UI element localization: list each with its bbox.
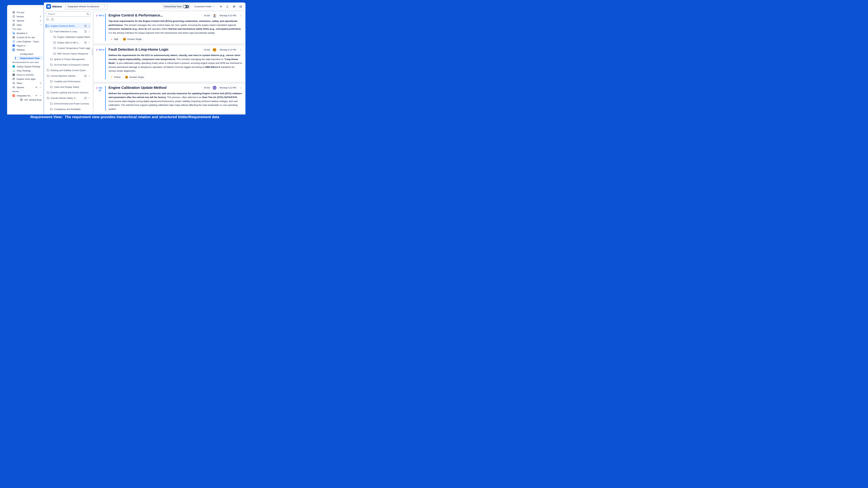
tree-scrollbar-thumb[interactable] [92,48,93,55]
paint-bucket-icon[interactable] [218,4,223,9]
tree-item-exterior-lighting-and-access-systems[interactable]: Exterior Lighting and Access Systems [45,90,91,95]
svg-text:XRAY: XRAY [13,71,14,72]
tree-item-air-fuel-ratio-emissions-control[interactable]: Air-Fuel Ratio & Emissions Control [45,62,91,67]
assignee-badge[interactable]: GS Goutam Singla [124,75,146,79]
tree-item-video-and-display-safety[interactable]: Video and Display Safety [45,84,91,90]
ellipsis-icon[interactable] [39,24,42,26]
tree-item-engine-calibration-update-method[interactable]: Engine Calibration Update Method [45,34,91,40]
document-icon[interactable] [84,30,87,33]
gear-icon[interactable] [231,4,237,9]
sidebar-item-apps[interactable]: Apps [7,23,43,27]
tree-item-ignition-torque-management[interactable]: Ignition & Torque Management [45,56,91,62]
sidebar-item-iva-default-board[interactable]: IVA: Default Board [7,98,43,102]
sidebar-item-xray-testing[interactable]: XRAYXray (Testing) [7,68,43,73]
tree-item-usability-and-performance[interactable]: Usability and Performance [45,78,91,84]
tree-item-label: Exterior Lighting and Access Systems [51,91,90,94]
apps-grid-icon [12,24,15,26]
sidebar-item-report-x[interactable]: Report X [7,43,43,48]
sidebar-item-label: Baseline X [17,32,42,35]
ellipsis-icon[interactable] [39,94,42,97]
assignee-avatar[interactable]: GS [213,48,216,52]
assignee-name: Goutam Singla [127,38,142,40]
assignee-avatar[interactable]: SG [213,86,216,90]
zephyr-app-icon [12,65,15,68]
hierarchical-view-toggle[interactable] [183,5,189,8]
document-filter-button[interactable] [51,18,54,22]
ellipsis-icon[interactable] [39,86,42,89]
caption-text: Requirement View: The requirment view pr… [0,115,250,119]
user-photo-avatar[interactable] [213,14,216,18]
sidebar-item-recent[interactable]: Recent [7,14,43,19]
assignee-badge[interactable]: GS Goutam Singla [122,37,144,41]
export-icon[interactable] [225,4,230,9]
tree-item-maf-sensor-failure-response[interactable]: MAF Sensor Failure Response [45,51,91,56]
sidebar-item-integrated-ve[interactable]: Integrated Ve... [7,94,43,98]
tree-item-engine-control-perfor[interactable]: Engine Control & Perfor... [45,23,91,29]
project-selector[interactable]: Integrated Vehicle Architecture [65,4,107,9]
kebab-menu-icon[interactable] [88,41,90,44]
kebab-menu-icon[interactable] [88,30,90,33]
sidebar-item-label: Custom ID for Jira [17,36,42,39]
search-input[interactable] [48,12,85,15]
tree-item-braking-and-stability-control-syste[interactable]: Braking and Stability Control Syste... [45,67,91,73]
chevron-right-icon[interactable] [39,15,42,18]
plus-icon[interactable] [35,94,38,97]
kebab-menu-icon[interactable] [88,97,90,99]
timestamp-badge[interactable]: Monday 8:13 PM [218,47,238,52]
priority-badge[interactable]: Critical [108,75,122,79]
issue-key[interactable]: IVA-23 [94,85,105,111]
tree-item-overall-vehicle-safety-s[interactable]: Overall Vehicle Safety, S... [45,95,91,101]
sidebar-item-plans[interactable]: Plans [7,81,43,85]
kebab-menu-icon[interactable] [88,74,90,77]
status-badge[interactable]: TO DO [203,14,211,17]
status-badge[interactable]: TO DO [203,48,211,51]
sidebar-item-custom-id-for-jira[interactable]: Custom ID for Jira [7,35,43,39]
sidebar-item-starred[interactable]: Starred [7,19,43,23]
sidebar-item-requirement-view[interactable]: Requirement View [15,56,43,60]
plus-icon[interactable] [35,86,38,89]
document-icon[interactable] [84,74,87,77]
open-panel-icon[interactable] [238,4,243,9]
customize-fields-button[interactable]: Customize Fields [192,4,217,9]
sidebar-item-zephyr-squad-testing[interactable]: Zephyr Squad (Testing) [7,64,43,68]
kebab-menu-icon[interactable] [239,14,243,18]
card-description: Top-level requirements for the Engine Co… [108,19,243,35]
folder-icon [50,58,53,61]
priority-badge[interactable]: High [108,37,120,41]
kebab-menu-icon[interactable] [239,48,243,52]
tree-item-environmental-and-power-constrai[interactable]: Environmental and Power Constrai... [45,101,91,106]
document-icon[interactable] [84,97,87,99]
kebab-menu-icon[interactable] [239,86,243,90]
sidebar-item-baseline-x[interactable]: Baseline X [7,31,43,35]
kebab-menu-icon[interactable] [88,25,90,27]
document-icon[interactable] [84,41,87,44]
tree-item-engine-start-idle-c[interactable]: Engine Start & Idle C... [45,40,91,45]
issue-key[interactable]: IVA-1 [94,13,105,41]
sidebar-item-for-you[interactable]: For you [7,10,43,14]
tree-item-fault-detection-limp[interactable]: Fault Detection & Limp... [45,29,91,34]
folder-icon [50,102,53,105]
tree-item-compliance-and-reliability[interactable]: Compliance and Reliability [45,106,91,112]
document-icon[interactable] [84,25,87,27]
issue-key[interactable]: IVA-4 [94,47,105,79]
timestamp-badge[interactable]: Monday 8:13 PM [218,86,238,90]
card-main: Fault Detection & Limp-Home Logic TO DO … [106,47,245,79]
chevron-right-icon[interactable] [39,82,42,85]
sidebar-item-circle-ci-ci-cd[interactable]: Circle CI (CI/CD) [7,73,43,77]
search-box[interactable] [45,11,91,17]
sidebar-item-label: Requirement View [20,57,41,60]
folder-filter-button[interactable] [45,18,50,22]
tree-panel: Engine Control & Perfor...Fault Detectio… [44,10,93,115]
tree-item-cybersecurity-data-integrity[interactable]: Cybersecurity & Data Integrity [45,112,91,115]
tree-item-coolant-temperature-fault-loggi[interactable]: Coolant Temperature Fault Loggi... [45,45,91,51]
chevron-right-icon[interactable] [39,19,42,22]
sidebar-item-links-explorer-trace[interactable]: Links Explorer - Trace... [7,39,43,43]
timestamp-badge[interactable]: Monday 8:13 PM [218,13,238,18]
requirement-bolt-icon [96,48,98,51]
status-badge[interactable]: TO DO [203,86,211,90]
sidebar-item-configuration[interactable]: Configuration [7,52,43,56]
sidebar-item-rmview[interactable]: RMview [7,48,43,52]
sidebar-item-spaces[interactable]: Spaces [7,85,43,89]
sidebar-item-explore-more-apps[interactable]: Explore more apps [7,77,43,81]
tree-item-human-machine-interfac[interactable]: Human-Machine Interfac... [45,73,91,78]
